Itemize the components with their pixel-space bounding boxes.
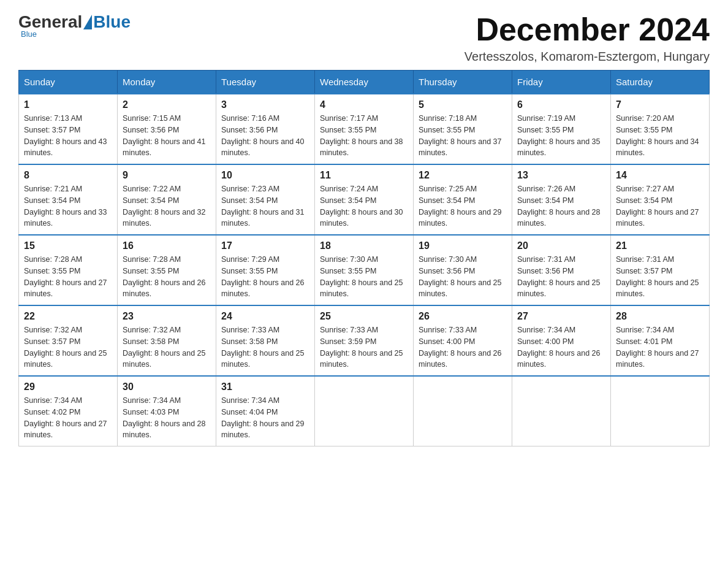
location-text: Vertesszolos, Komarom-Esztergom, Hungary xyxy=(464,50,710,64)
day-number: 1 xyxy=(24,99,112,110)
logo: GeneralBlue Blue xyxy=(18,12,131,39)
table-row: 16Sunrise: 7:28 AMSunset: 3:55 PMDayligh… xyxy=(118,235,216,305)
day-number: 11 xyxy=(320,170,408,181)
table-row: 9Sunrise: 7:22 AMSunset: 3:54 PMDaylight… xyxy=(118,164,216,235)
day-number: 12 xyxy=(419,170,507,181)
table-row: 8Sunrise: 7:21 AMSunset: 3:54 PMDaylight… xyxy=(19,164,118,235)
col-thursday: Thursday xyxy=(414,71,512,94)
logo-underline: Blue xyxy=(21,29,37,39)
table-row: 7Sunrise: 7:20 AMSunset: 3:55 PMDaylight… xyxy=(611,94,710,164)
calendar-table: Sunday Monday Tuesday Wednesday Thursday… xyxy=(18,70,710,446)
day-info: Sunrise: 7:34 AMSunset: 4:02 PMDaylight:… xyxy=(24,395,112,441)
table-row: 23Sunrise: 7:32 AMSunset: 3:58 PMDayligh… xyxy=(118,305,216,376)
day-number: 18 xyxy=(320,240,408,251)
day-info: Sunrise: 7:34 AMSunset: 4:03 PMDaylight:… xyxy=(123,395,211,441)
table-row: 6Sunrise: 7:19 AMSunset: 3:55 PMDaylight… xyxy=(512,94,611,164)
day-number: 16 xyxy=(123,240,211,251)
day-info: Sunrise: 7:16 AMSunset: 3:56 PMDaylight:… xyxy=(221,113,309,159)
table-row: 11Sunrise: 7:24 AMSunset: 3:54 PMDayligh… xyxy=(315,164,414,235)
calendar-week-4: 22Sunrise: 7:32 AMSunset: 3:57 PMDayligh… xyxy=(19,305,710,376)
calendar-week-2: 8Sunrise: 7:21 AMSunset: 3:54 PMDaylight… xyxy=(19,164,710,235)
day-number: 5 xyxy=(419,99,507,110)
day-number: 2 xyxy=(123,99,211,110)
table-row: 1Sunrise: 7:13 AMSunset: 3:57 PMDaylight… xyxy=(19,94,118,164)
day-number: 27 xyxy=(517,311,605,322)
table-row xyxy=(315,376,414,446)
day-number: 22 xyxy=(24,311,112,322)
col-wednesday: Wednesday xyxy=(315,71,414,94)
day-number: 9 xyxy=(123,170,211,181)
table-row: 25Sunrise: 7:33 AMSunset: 3:59 PMDayligh… xyxy=(315,305,414,376)
col-saturday: Saturday xyxy=(611,71,710,94)
table-row: 30Sunrise: 7:34 AMSunset: 4:03 PMDayligh… xyxy=(118,376,216,446)
day-number: 29 xyxy=(24,381,112,393)
day-number: 25 xyxy=(320,311,408,322)
day-number: 10 xyxy=(221,170,309,181)
title-section: December 2024 Vertesszolos, Komarom-Eszt… xyxy=(464,12,710,64)
day-info: Sunrise: 7:23 AMSunset: 3:54 PMDaylight:… xyxy=(221,183,309,229)
day-info: Sunrise: 7:28 AMSunset: 3:55 PMDaylight:… xyxy=(24,254,112,300)
col-friday: Friday xyxy=(512,71,611,94)
table-row: 24Sunrise: 7:33 AMSunset: 3:58 PMDayligh… xyxy=(216,305,315,376)
day-number: 31 xyxy=(221,381,309,393)
day-info: Sunrise: 7:20 AMSunset: 3:55 PMDaylight:… xyxy=(616,113,704,159)
table-row: 2Sunrise: 7:15 AMSunset: 3:56 PMDaylight… xyxy=(118,94,216,164)
day-number: 26 xyxy=(419,311,507,322)
day-info: Sunrise: 7:29 AMSunset: 3:55 PMDaylight:… xyxy=(221,254,309,300)
day-info: Sunrise: 7:33 AMSunset: 3:58 PMDaylight:… xyxy=(221,324,309,370)
day-number: 28 xyxy=(616,311,704,322)
day-number: 20 xyxy=(517,240,605,251)
table-row xyxy=(512,376,611,446)
day-number: 13 xyxy=(517,170,605,181)
calendar-week-1: 1Sunrise: 7:13 AMSunset: 3:57 PMDaylight… xyxy=(19,94,710,164)
col-sunday: Sunday xyxy=(19,71,118,94)
day-info: Sunrise: 7:31 AMSunset: 3:57 PMDaylight:… xyxy=(616,254,704,300)
table-row xyxy=(414,376,512,446)
day-info: Sunrise: 7:22 AMSunset: 3:54 PMDaylight:… xyxy=(123,183,211,229)
day-info: Sunrise: 7:26 AMSunset: 3:54 PMDaylight:… xyxy=(517,183,605,229)
table-row: 14Sunrise: 7:27 AMSunset: 3:54 PMDayligh… xyxy=(611,164,710,235)
day-number: 14 xyxy=(616,170,704,181)
day-number: 4 xyxy=(320,99,408,110)
logo-triangle-icon xyxy=(83,15,92,29)
day-info: Sunrise: 7:21 AMSunset: 3:54 PMDaylight:… xyxy=(24,183,112,229)
day-info: Sunrise: 7:28 AMSunset: 3:55 PMDaylight:… xyxy=(123,254,211,300)
table-row: 31Sunrise: 7:34 AMSunset: 4:04 PMDayligh… xyxy=(216,376,315,446)
day-number: 15 xyxy=(24,240,112,251)
day-info: Sunrise: 7:31 AMSunset: 3:56 PMDaylight:… xyxy=(517,254,605,300)
table-row: 4Sunrise: 7:17 AMSunset: 3:55 PMDaylight… xyxy=(315,94,414,164)
day-number: 21 xyxy=(616,240,704,251)
day-info: Sunrise: 7:27 AMSunset: 3:54 PMDaylight:… xyxy=(616,183,704,229)
table-row: 20Sunrise: 7:31 AMSunset: 3:56 PMDayligh… xyxy=(512,235,611,305)
table-row: 10Sunrise: 7:23 AMSunset: 3:54 PMDayligh… xyxy=(216,164,315,235)
table-row: 18Sunrise: 7:30 AMSunset: 3:55 PMDayligh… xyxy=(315,235,414,305)
table-row: 3Sunrise: 7:16 AMSunset: 3:56 PMDaylight… xyxy=(216,94,315,164)
table-row: 12Sunrise: 7:25 AMSunset: 3:54 PMDayligh… xyxy=(414,164,512,235)
table-row: 27Sunrise: 7:34 AMSunset: 4:00 PMDayligh… xyxy=(512,305,611,376)
day-info: Sunrise: 7:34 AMSunset: 4:04 PMDaylight:… xyxy=(221,395,309,441)
table-row: 29Sunrise: 7:34 AMSunset: 4:02 PMDayligh… xyxy=(19,376,118,446)
day-info: Sunrise: 7:30 AMSunset: 3:56 PMDaylight:… xyxy=(419,254,507,300)
day-number: 30 xyxy=(123,381,211,393)
day-number: 24 xyxy=(221,311,309,322)
day-info: Sunrise: 7:34 AMSunset: 4:01 PMDaylight:… xyxy=(616,324,704,370)
page-header: GeneralBlue Blue December 2024 Vertesszo… xyxy=(18,12,710,64)
day-info: Sunrise: 7:24 AMSunset: 3:54 PMDaylight:… xyxy=(320,183,408,229)
day-info: Sunrise: 7:18 AMSunset: 3:55 PMDaylight:… xyxy=(419,113,507,159)
table-row: 5Sunrise: 7:18 AMSunset: 3:55 PMDaylight… xyxy=(414,94,512,164)
month-title: December 2024 xyxy=(464,12,710,47)
day-info: Sunrise: 7:15 AMSunset: 3:56 PMDaylight:… xyxy=(123,113,211,159)
logo-blue-text: Blue xyxy=(93,12,131,32)
day-number: 3 xyxy=(221,99,309,110)
day-info: Sunrise: 7:32 AMSunset: 3:58 PMDaylight:… xyxy=(123,324,211,370)
table-row: 21Sunrise: 7:31 AMSunset: 3:57 PMDayligh… xyxy=(611,235,710,305)
day-info: Sunrise: 7:17 AMSunset: 3:55 PMDaylight:… xyxy=(320,113,408,159)
col-monday: Monday xyxy=(118,71,216,94)
table-row: 19Sunrise: 7:30 AMSunset: 3:56 PMDayligh… xyxy=(414,235,512,305)
day-info: Sunrise: 7:32 AMSunset: 3:57 PMDaylight:… xyxy=(24,324,112,370)
col-tuesday: Tuesday xyxy=(216,71,315,94)
day-number: 17 xyxy=(221,240,309,251)
table-row: 17Sunrise: 7:29 AMSunset: 3:55 PMDayligh… xyxy=(216,235,315,305)
table-row: 28Sunrise: 7:34 AMSunset: 4:01 PMDayligh… xyxy=(611,305,710,376)
table-row: 15Sunrise: 7:28 AMSunset: 3:55 PMDayligh… xyxy=(19,235,118,305)
